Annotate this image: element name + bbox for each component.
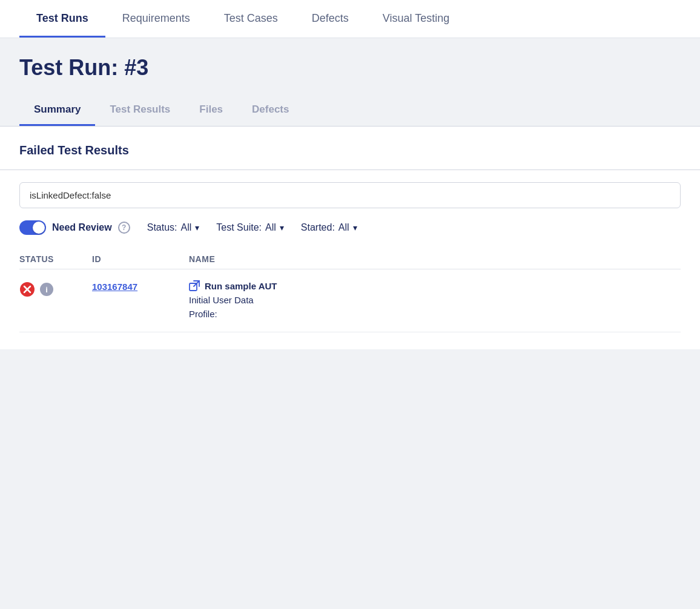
row-id-cell: 103167847 [92,280,189,292]
failed-test-results-card: Failed Test Results Need Review ? Status… [0,127,700,349]
started-dropdown[interactable]: Started: All ▾ [301,222,357,233]
card-title: Failed Test Results [19,143,681,157]
test-suite-dropdown-arrow: ▾ [280,223,284,232]
need-review-label: Need Review [52,222,112,233]
toggle-knob [33,222,45,234]
col-header-name: Name [189,254,681,264]
row-id-link[interactable]: 103167847 [92,281,137,292]
info-icon-text: i [45,285,48,294]
need-review-help-icon[interactable]: ? [118,222,130,234]
sub-navigation: Summary Test Results Files Defects [0,87,700,127]
sub-tab-summary[interactable]: Summary [19,96,95,126]
page-title: Test Run: #3 [19,55,681,81]
started-value: All [338,222,349,233]
main-content: Failed Test Results Need Review ? Status… [0,127,700,369]
col-header-status: Status [19,254,92,264]
table-row: i 103167847 Run sample AUT Init [19,269,681,332]
status-dropdown-arrow: ▾ [195,223,199,232]
sub-tab-defects[interactable]: Defects [237,96,303,126]
tab-test-runs[interactable]: Test Runs [19,0,105,38]
status-dropdown[interactable]: Status: All ▾ [147,222,200,233]
row-name-cell: Run sample AUT Initial User DataProfile: [189,280,681,321]
page-header: Test Run: #3 [0,38,700,87]
card-divider [0,170,700,170]
sub-tab-files[interactable]: Files [185,96,237,126]
status-value: All [181,222,192,233]
top-navigation: Test Runs Requirements Test Cases Defect… [0,0,700,38]
need-review-toggle[interactable] [19,220,46,235]
test-suite-value: All [265,222,276,233]
filter-row: Need Review ? Status: All ▾ Test Suite: … [19,220,681,235]
search-wrapper [19,182,681,208]
search-input[interactable] [19,182,681,208]
row-name-main: Run sample AUT [205,281,277,291]
sub-tab-test-results[interactable]: Test Results [95,96,185,126]
need-review-toggle-wrapper: Need Review ? [19,220,130,235]
fail-icon [19,281,35,297]
row-name-sub: Initial User DataProfile: [189,294,681,321]
row-status-cell: i [19,280,92,297]
row-name-header: Run sample AUT [189,280,681,291]
tab-visual-testing[interactable]: Visual Testing [366,0,466,38]
test-suite-label: Test Suite: [216,222,262,233]
status-label: Status: [147,222,177,233]
tab-requirements[interactable]: Requirements [105,0,207,38]
external-link-icon[interactable] [189,280,200,291]
info-icon[interactable]: i [40,283,53,296]
started-label: Started: [301,222,335,233]
tab-test-cases[interactable]: Test Cases [207,0,295,38]
test-suite-dropdown[interactable]: Test Suite: All ▾ [216,222,283,233]
table-header: Status ID Name [19,249,681,269]
started-dropdown-arrow: ▾ [353,223,357,232]
col-header-id: ID [92,254,189,264]
tab-defects[interactable]: Defects [295,0,366,38]
